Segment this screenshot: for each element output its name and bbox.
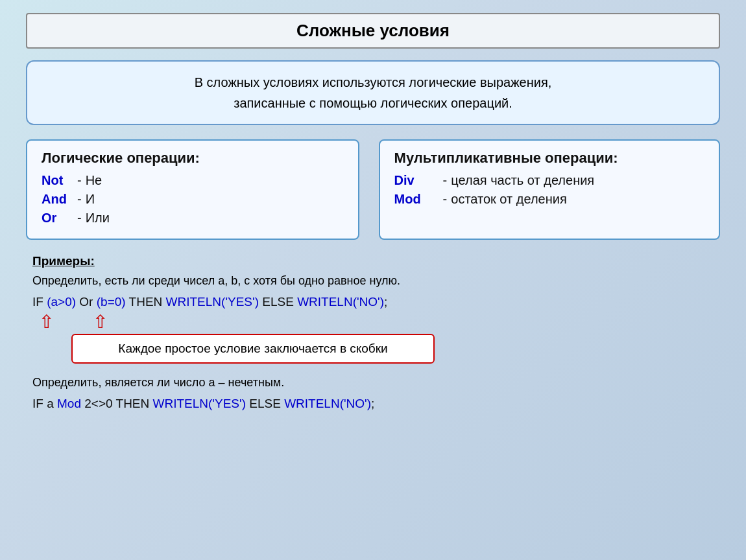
examples-label: Примеры: [32,254,714,268]
ex2-mod: Mod [57,397,81,410]
ex1-no: WRITELN('NO') [297,295,384,309]
ex1-end: ; [384,295,387,309]
ex2-else: ELSE [246,397,284,410]
meaning-mod: остаток от деления [451,192,566,207]
intro-line2: записанные с помощью логических операций… [45,93,701,113]
op-and: And - И [42,192,344,207]
dash-mod: - [443,192,448,207]
keyword-and: And [42,192,77,207]
keyword-mod: Mod [394,192,430,207]
keyword-or: Or [42,211,77,226]
keyword-div: Div [394,173,430,188]
highlight-box: Каждое простое условие заключается в ско… [71,334,435,364]
meaning-div: целая часть от деления [451,173,594,188]
arrows-row: ⇧ ⇧ [39,313,714,331]
intro-line1: В сложных условиях используются логическ… [45,72,701,93]
meaning-or: Или [86,211,110,226]
logic-box-title: Логические операции: [42,150,344,167]
op-not: Not - Не [42,173,344,188]
dash-div: - [443,173,448,188]
dash-not: - [77,173,82,188]
mult-operations-box: Мультипликативные операции: Div - целая … [379,139,720,240]
op-div: Div - целая часть от деления [394,173,704,188]
op-mod: Mod - остаток от деления [394,192,704,207]
keyword-not: Not [42,173,77,188]
ex1-yes: WRITELN('YES') [166,295,259,309]
page-title: Сложные условия [26,13,720,49]
intro-box: В сложных условиях используются логическ… [26,60,720,125]
ex1-cond2: (b=0) [97,295,126,309]
ex2-code: IF a Mod 2<>0 THEN WRITELN('YES') ELSE W… [32,394,714,414]
ex2-if: IF a [32,397,57,410]
ex2-mid: 2<>0 THEN [81,397,153,410]
dash-or: - [77,211,82,226]
examples-section: Примеры: Определить, есть ли среди чисел… [26,254,720,414]
mult-box-title: Мультипликативные операции: [394,150,704,167]
arrow-left: ⇧ [39,313,54,331]
ex1-then: THEN [126,295,166,309]
ex1-or: Or [76,295,97,309]
ex2-no: WRITELN('NO') [284,397,371,410]
meaning-and: И [86,192,95,207]
logic-operations-box: Логические операции: Not - Не And - И Or… [26,139,359,240]
ex1-desc: Определить, есть ли среди чисел a, b, c … [32,272,714,290]
ex1-if: IF [32,295,47,309]
op-or: Or - Или [42,211,344,226]
meaning-not: Не [86,173,102,188]
arrow-right: ⇧ [93,313,108,331]
ex1-cond1: (a>0) [47,295,76,309]
dash-and: - [77,192,82,207]
ex2-desc: Определить, является ли число a – нечетн… [32,374,714,391]
ex2-end: ; [371,397,374,410]
ex1-code: IF (a>0) Or (b=0) THEN WRITELN('YES') EL… [32,292,714,312]
ex1-else: ELSE [259,295,297,309]
ex2-yes: WRITELN('YES') [153,397,246,410]
two-column-section: Логические операции: Not - Не And - И Or… [26,139,720,240]
